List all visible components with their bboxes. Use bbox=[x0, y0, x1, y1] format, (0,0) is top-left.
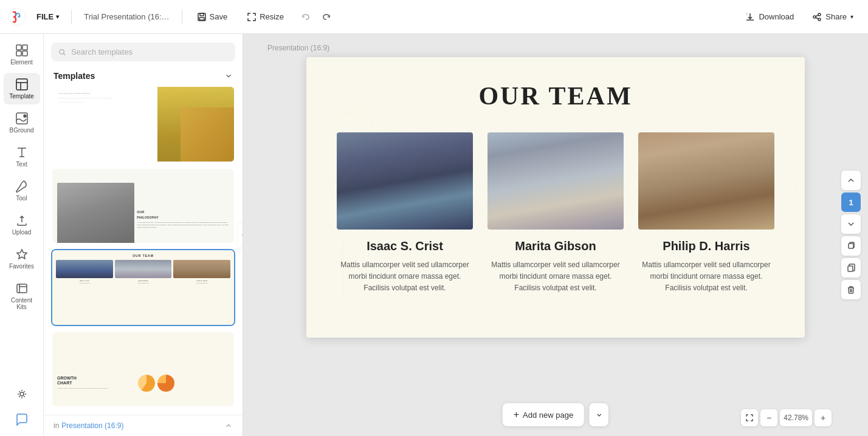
add-page-button[interactable]: + Add new page bbox=[503, 403, 584, 426]
svg-rect-20 bbox=[848, 266, 853, 271]
logo[interactable] bbox=[7, 7, 27, 27]
panel-footer-link[interactable]: Presentation (16:9) bbox=[61, 421, 123, 430]
search-bar bbox=[51, 43, 235, 61]
zoom-bar: − 42.78% + bbox=[741, 409, 832, 426]
search-icon bbox=[58, 48, 66, 56]
save-label: Save bbox=[210, 12, 228, 21]
panel-footer-up-icon[interactable] bbox=[224, 421, 233, 430]
text-label: Text bbox=[16, 161, 27, 168]
svg-rect-11 bbox=[16, 51, 21, 56]
template-thumb-1[interactable]: Lorem ipsum dolor sit amet consectetur a… bbox=[51, 86, 235, 163]
templates-scroll: Lorem ipsum dolor sit amet consectetur a… bbox=[44, 86, 243, 415]
file-label: FILE bbox=[36, 12, 53, 21]
canvas-area: Presentation (16:9) bbox=[243, 34, 868, 436]
file-menu[interactable]: FILE ▾ bbox=[32, 10, 64, 24]
add-page-plus: + bbox=[514, 409, 519, 420]
slide-up-button[interactable] bbox=[841, 171, 861, 190]
topbar-separator bbox=[71, 10, 72, 24]
undo-redo-group bbox=[296, 7, 336, 27]
svg-point-8 bbox=[818, 18, 821, 21]
sidebar-item-upload[interactable]: Upload bbox=[4, 209, 40, 240]
slide-title: OUR TEAM bbox=[337, 81, 774, 111]
templates-header: Templates bbox=[44, 66, 243, 86]
panel-footer-in: in bbox=[53, 421, 59, 430]
svg-rect-19 bbox=[849, 244, 853, 248]
content-kits-label: Content Kits bbox=[6, 297, 38, 310]
sidebar-item-settings[interactable] bbox=[4, 383, 40, 406]
member-photo-marita bbox=[487, 132, 624, 230]
member-desc-1: Mattis ullamcorper velit sed ullamcorper… bbox=[337, 259, 473, 295]
upload-label: Upload bbox=[12, 229, 32, 236]
sidebar-item-element[interactable]: Element bbox=[4, 39, 40, 70]
template-panel: Templates Lorem ipsum dolor sit amet con… bbox=[44, 34, 243, 436]
copy-top-button[interactable] bbox=[841, 236, 861, 256]
download-label: Download bbox=[759, 12, 794, 21]
redo-button[interactable] bbox=[317, 7, 336, 27]
add-page-label: Add new page bbox=[523, 410, 573, 420]
save-button[interactable]: Save bbox=[190, 9, 235, 26]
share-button[interactable]: Share ▾ bbox=[805, 9, 861, 26]
templates-dropdown-icon[interactable] bbox=[224, 72, 233, 80]
search-bar-wrap bbox=[44, 34, 243, 66]
topbar: FILE ▾ Trial Presentation (16:… Save Res… bbox=[0, 0, 868, 34]
template-thumb-4[interactable]: GROWTHCHART id donec ultrices malesuada … bbox=[51, 331, 235, 408]
resize-label: Resize bbox=[260, 12, 284, 21]
fullscreen-button[interactable] bbox=[741, 409, 758, 426]
resize-button[interactable]: Resize bbox=[239, 9, 291, 26]
svg-rect-5 bbox=[746, 13, 748, 15]
team-member-1: Isaac S. Crist Mattis ullamcorper velit … bbox=[337, 132, 473, 295]
favorites-label: Favorites bbox=[9, 263, 34, 270]
sidebar-item-template[interactable]: Template bbox=[4, 73, 40, 104]
share-chevron: ▾ bbox=[850, 13, 853, 20]
team-member-2: Marita Gibson Mattis ullamcorper velit s… bbox=[487, 132, 624, 295]
download-button[interactable]: Download bbox=[737, 9, 802, 26]
svg-point-17 bbox=[60, 49, 64, 53]
page-number: 1 bbox=[841, 192, 861, 212]
svg-point-16 bbox=[20, 392, 24, 396]
member-name-1: Isaac S. Crist bbox=[337, 239, 473, 253]
share-label: Share bbox=[825, 12, 847, 21]
template-thumb-3[interactable]: OUR TEAM Isaac S. Crist Marita Gibson Ph… bbox=[51, 249, 235, 326]
tool-label: Tool bbox=[16, 195, 27, 202]
template-thumb-2[interactable]: OUR PHILOSOPHY A focus rediscovit ut orc… bbox=[51, 168, 235, 245]
bground-label: BGround bbox=[9, 127, 33, 134]
icon-sidebar: Element Template BGround Text bbox=[0, 34, 44, 436]
sidebar-item-content-kits[interactable]: Content Kits bbox=[4, 277, 40, 315]
svg-point-7 bbox=[813, 16, 816, 18]
add-page-dropdown-button[interactable] bbox=[589, 403, 608, 426]
zoom-out-button[interactable]: − bbox=[760, 409, 777, 426]
sidebar-item-chat[interactable] bbox=[4, 408, 40, 431]
search-input[interactable] bbox=[71, 47, 228, 56]
file-chevron: ▾ bbox=[56, 13, 59, 20]
zoom-level: 42.78% bbox=[780, 409, 812, 426]
collapse-panel-button[interactable] bbox=[238, 223, 243, 247]
element-label: Element bbox=[10, 59, 33, 66]
sidebar-item-bground[interactable]: BGround bbox=[4, 107, 40, 138]
zoom-in-button[interactable]: + bbox=[815, 409, 832, 426]
svg-rect-2 bbox=[200, 13, 204, 16]
canvas-label: Presentation (16:9) bbox=[267, 44, 329, 52]
svg-rect-3 bbox=[199, 18, 204, 20]
copy-button[interactable] bbox=[841, 258, 861, 278]
slide-down-button[interactable] bbox=[841, 214, 861, 234]
member-photo-isaac bbox=[337, 132, 473, 230]
document-title: Trial Presentation (16:… bbox=[79, 12, 174, 21]
topbar-actions: Download Share ▾ bbox=[737, 9, 861, 26]
undo-button[interactable] bbox=[296, 7, 315, 27]
svg-point-6 bbox=[818, 13, 821, 16]
templates-title: Templates bbox=[53, 71, 95, 81]
member-photo-philip bbox=[638, 132, 774, 230]
delete-button[interactable] bbox=[841, 280, 861, 299]
main-layout: Element Template BGround Text bbox=[0, 34, 868, 436]
topbar-separator2 bbox=[182, 10, 182, 24]
sidebar-item-favorites[interactable]: Favorites bbox=[4, 243, 40, 274]
slide-container[interactable]: OUR TEAM Isaac S. Crist Mattis ullamcorp… bbox=[306, 57, 805, 338]
svg-point-0 bbox=[9, 9, 26, 26]
sidebar-item-tool[interactable]: Tool bbox=[4, 175, 40, 206]
member-desc-2: Mattis ullamcorper velit sed ullamcorper… bbox=[487, 259, 624, 295]
team-grid: Isaac S. Crist Mattis ullamcorper velit … bbox=[337, 132, 774, 295]
svg-rect-10 bbox=[22, 45, 27, 50]
sidebar-item-text[interactable]: Text bbox=[4, 141, 40, 172]
template-label: Template bbox=[9, 93, 34, 100]
svg-point-15 bbox=[24, 115, 26, 117]
